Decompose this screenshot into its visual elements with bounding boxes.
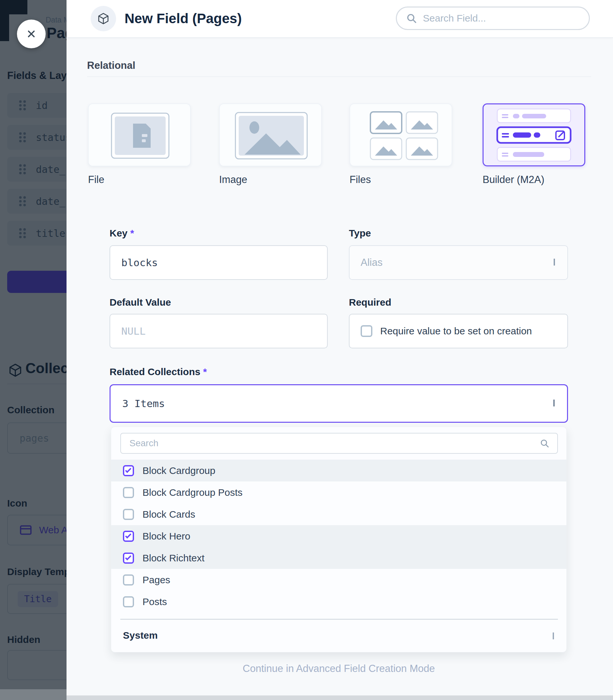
image-illustration [220,104,323,167]
collection-option-label: Block Cardgroup Posts [143,487,243,498]
app-canvas: Data M Pages Fields & Layouts idstatusda… [0,0,613,700]
modal-overlay[interactable] [0,0,66,700]
collection-option[interactable]: Block Hero [111,525,567,547]
field-icon-circle [91,6,116,31]
collection-option-label: Block Cardgroup [143,465,215,476]
system-row[interactable]: System [111,625,567,646]
search-icon [406,13,417,24]
field-search-input[interactable] [423,13,579,24]
close-button[interactable] [17,20,45,48]
close-icon [25,28,38,40]
related-collections-dropdown: Block CardgroupBlock Cardgroup PostsBloc… [111,427,567,652]
builder-illustration [484,104,584,165]
collection-option-list: Block CardgroupBlock Cardgroup PostsBloc… [111,459,567,612]
card-label-files: Files [350,174,371,185]
related-collections-label: Related Collections * [109,366,207,377]
collection-option[interactable]: Block Richtext [111,547,567,569]
chevron-down-icon [554,259,555,265]
drawer-header: New Field (Pages) [66,0,613,38]
check-icon [125,532,131,539]
card-files[interactable] [350,103,452,166]
required-checkbox-label: Require value to be set on creation [380,325,532,337]
default-value-input[interactable] [109,314,328,348]
collection-option-label: Block Cards [143,509,195,520]
related-collections-value: 3 Items [122,398,165,410]
checkbox[interactable] [123,509,134,520]
checkbox[interactable] [123,596,134,607]
file-illustration [89,104,192,167]
collection-option-label: Block Richtext [143,553,205,563]
checkbox[interactable] [123,553,134,563]
drawer-title: New Field (Pages) [125,11,242,26]
check-icon [125,554,131,560]
collection-option[interactable]: Pages [111,569,567,591]
type-label: Type [349,228,371,239]
card-builder-m2a[interactable] [483,103,585,166]
collection-search[interactable] [120,433,558,454]
key-label: Key * [109,228,134,239]
collection-option-label: Posts [143,596,167,607]
chevron-up-icon [553,400,555,406]
type-value: Alias [361,257,382,269]
checkbox[interactable] [123,465,134,476]
related-collections-select[interactable]: 3 Items [109,384,568,423]
chevron-right-icon [553,633,554,639]
collection-option[interactable]: Block Cardgroup [111,459,567,481]
checkbox[interactable] [123,574,134,585]
required-checkbox[interactable] [361,325,373,337]
key-input[interactable] [109,245,328,280]
type-select[interactable]: Alias [349,245,568,280]
new-field-drawer: New Field (Pages) Relational [66,0,613,700]
advanced-mode-link[interactable]: Continue in Advanced Field Creation Mode [109,663,568,675]
required-field: Require value to be set on creation [349,314,568,348]
files-illustration [350,104,453,167]
card-file[interactable] [88,103,191,166]
collection-option[interactable]: Block Cardgroup Posts [111,481,567,503]
collection-search-input[interactable] [129,438,527,449]
divider [87,76,591,77]
system-label: System [123,630,158,641]
field-search[interactable] [396,7,590,30]
search-icon [540,438,549,448]
card-image[interactable] [219,103,322,166]
section-relational: Relational [87,60,135,72]
collection-option[interactable]: Posts [111,591,567,612]
collection-option-label: Pages [143,574,170,585]
checkbox[interactable] [123,531,134,542]
check-icon [125,467,131,473]
drawer-footer-edge [66,696,613,700]
card-label-file: File [88,174,104,185]
required-label: Required [349,297,391,308]
checkbox[interactable] [123,487,134,498]
collection-option[interactable]: Block Cards [111,503,567,525]
card-label-builder: Builder (M2A) [483,174,545,185]
default-value-label: Default Value [109,297,171,308]
sidebar-footer-tint [0,689,66,700]
collection-option-label: Block Hero [143,531,191,542]
divider [120,619,558,620]
box-icon [97,12,110,25]
card-label-image: Image [219,174,247,185]
